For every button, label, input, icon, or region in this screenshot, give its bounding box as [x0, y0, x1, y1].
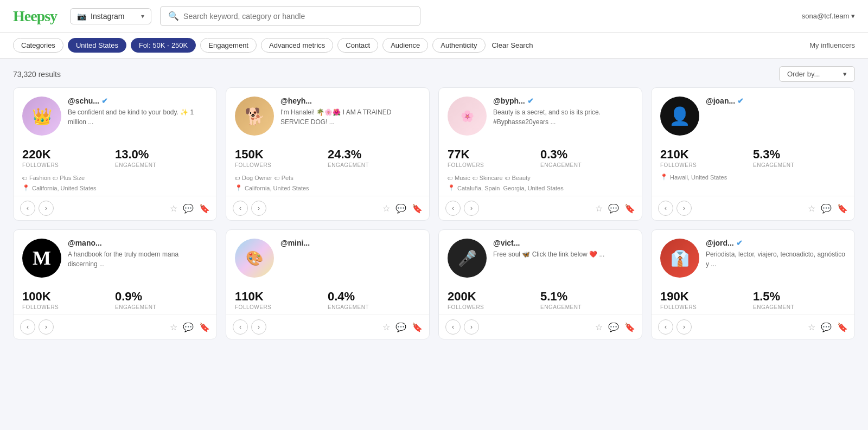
bookmark-icon[interactable]: 🔖 — [837, 322, 848, 332]
card-handle[interactable]: @heyh... — [280, 97, 420, 105]
location-icon: 📍 — [448, 184, 455, 191]
card-info: @schu... ✔ Be confident and be kind to y… — [68, 97, 208, 127]
card-top: 🐕 @heyh... I'm Hanalei! 🌴🌸🌺 I AM A TRAIN… — [226, 88, 429, 142]
card-handle[interactable]: @vict... — [493, 239, 633, 247]
handle-text: @schu... — [68, 97, 99, 105]
next-button[interactable]: › — [251, 319, 266, 335]
comment-icon[interactable]: 💬 — [608, 203, 619, 214]
avatar[interactable]: 🌸 — [448, 97, 487, 136]
next-button[interactable]: › — [39, 319, 54, 335]
header: Heepsy 📷 Instagram ▾ 🔍 sona@tcf.team ▾ — [0, 0, 868, 33]
comment-icon[interactable]: 💬 — [395, 203, 406, 214]
followers-value: 220K — [22, 147, 115, 162]
handle-text: @vict... — [493, 239, 520, 247]
comment-icon[interactable]: 💬 — [395, 322, 406, 332]
next-button[interactable]: › — [464, 201, 479, 216]
filter-authenticity[interactable]: Authenticity — [432, 38, 485, 53]
search-bar: 🔍 — [160, 6, 420, 26]
engagement-label: ENGAGEMENT — [540, 162, 633, 168]
avatar[interactable]: 🎤 — [448, 239, 487, 278]
filter-audience[interactable]: Audience — [382, 38, 428, 53]
filter-engagement[interactable]: Engagement — [200, 38, 257, 53]
next-button[interactable]: › — [676, 201, 692, 216]
bookmark-icon[interactable]: 🔖 — [624, 322, 635, 332]
filter-united-states[interactable]: United States — [68, 38, 126, 53]
followers-stat: 77K FOLLOWERS — [448, 147, 540, 168]
prev-button[interactable]: ‹ — [20, 319, 35, 335]
bookmark-icon[interactable]: 🔖 — [412, 322, 423, 332]
platform-selector[interactable]: 📷 Instagram ▾ — [70, 8, 151, 24]
action-icons: ☆ 💬 🔖 — [808, 203, 848, 214]
engagement-value: 0.9% — [115, 290, 208, 304]
next-button[interactable]: › — [676, 319, 692, 335]
filter-contact[interactable]: Contact — [337, 38, 378, 53]
bookmark-icon[interactable]: 🔖 — [837, 203, 848, 214]
avatar[interactable]: 🎨 — [235, 239, 274, 278]
card-info: @mini... — [280, 239, 420, 249]
star-icon[interactable]: ☆ — [595, 322, 603, 332]
star-icon[interactable]: ☆ — [170, 203, 177, 214]
comment-icon[interactable]: 💬 — [821, 322, 832, 332]
card-handle[interactable]: @byph... ✔ — [493, 97, 633, 105]
comment-icon[interactable]: 💬 — [183, 203, 194, 214]
card-top: 🎤 @vict... Free soul 🦋 Click the link be… — [439, 230, 642, 284]
card-info: @vict... Free soul 🦋 Click the link belo… — [493, 239, 633, 259]
prev-button[interactable]: ‹ — [445, 201, 461, 216]
avatar[interactable]: 👔 — [660, 239, 699, 278]
card-handle[interactable]: @schu... ✔ — [68, 97, 208, 105]
verified-icon: ✔ — [737, 97, 744, 105]
filter-advanced-metrics[interactable]: Advanced metrics — [261, 38, 333, 53]
filter-categories[interactable]: Categories — [13, 38, 63, 53]
prev-button[interactable]: ‹ — [20, 201, 35, 216]
avatar[interactable]: 👑 — [22, 97, 61, 136]
star-icon[interactable]: ☆ — [170, 322, 177, 332]
order-by-dropdown[interactable]: Order by... ▾ — [779, 66, 855, 82]
prev-button[interactable]: ‹ — [658, 201, 673, 216]
logo: Heepsy — [13, 8, 57, 25]
followers-value: 100K — [22, 290, 115, 304]
avatar[interactable]: M — [22, 239, 61, 278]
bookmark-icon[interactable]: 🔖 — [199, 322, 210, 332]
tag: 🏷Skincare — [473, 175, 503, 181]
comment-icon[interactable]: 💬 — [608, 322, 619, 332]
user-menu[interactable]: sona@tcf.team ▾ — [802, 12, 855, 20]
bookmark-icon[interactable]: 🔖 — [624, 203, 635, 214]
bookmark-icon[interactable]: 🔖 — [412, 203, 423, 214]
prev-button[interactable]: ‹ — [233, 319, 248, 335]
avatar[interactable]: 👤 — [660, 97, 699, 136]
followers-stat: 110K FOLLOWERS — [235, 290, 328, 310]
prev-button[interactable]: ‹ — [658, 319, 673, 335]
engagement-value: 5.1% — [540, 290, 633, 304]
prev-button[interactable]: ‹ — [233, 201, 248, 216]
action-icons: ☆ 💬 🔖 — [808, 322, 848, 332]
card-info: @mano... A handbook for the truly modern… — [68, 239, 208, 269]
filter-bar: Categories United States Fol: 50K - 250K… — [0, 33, 868, 59]
card-tags: 🏷Dog Owner🏷Pets — [226, 172, 429, 183]
search-input[interactable] — [183, 12, 412, 21]
star-icon[interactable]: ☆ — [382, 322, 390, 332]
next-button[interactable]: › — [251, 201, 266, 216]
bookmark-icon[interactable]: 🔖 — [199, 203, 210, 214]
star-icon[interactable]: ☆ — [808, 322, 815, 332]
prev-button[interactable]: ‹ — [445, 319, 461, 335]
card-handle[interactable]: @joan... ✔ — [706, 97, 846, 105]
comment-icon[interactable]: 💬 — [183, 322, 194, 332]
next-button[interactable]: › — [464, 319, 479, 335]
filter-followers[interactable]: Fol: 50K - 250K — [131, 38, 196, 53]
comment-icon[interactable]: 💬 — [821, 203, 832, 214]
card-info: @byph... ✔ Beauty is a secret, and so is… — [493, 97, 633, 127]
star-icon[interactable]: ☆ — [595, 203, 603, 214]
card-handle[interactable]: @mano... — [68, 239, 208, 247]
card-stats: 150K FOLLOWERS 24.3% ENGAGEMENT — [226, 142, 429, 172]
avatar[interactable]: 🐕 — [235, 97, 274, 136]
card-handle[interactable]: @jord... ✔ — [706, 239, 846, 247]
clear-search-button[interactable]: Clear Search — [492, 41, 533, 49]
engagement-value: 24.3% — [328, 147, 420, 162]
engagement-stat: 1.5% ENGAGEMENT — [753, 290, 846, 310]
my-influencers-link[interactable]: My influencers — [809, 41, 855, 49]
card-handle[interactable]: @mini... — [280, 239, 420, 247]
order-by-chevron-icon: ▾ — [843, 70, 847, 78]
next-button[interactable]: › — [39, 201, 54, 216]
star-icon[interactable]: ☆ — [382, 203, 390, 214]
star-icon[interactable]: ☆ — [808, 203, 815, 214]
